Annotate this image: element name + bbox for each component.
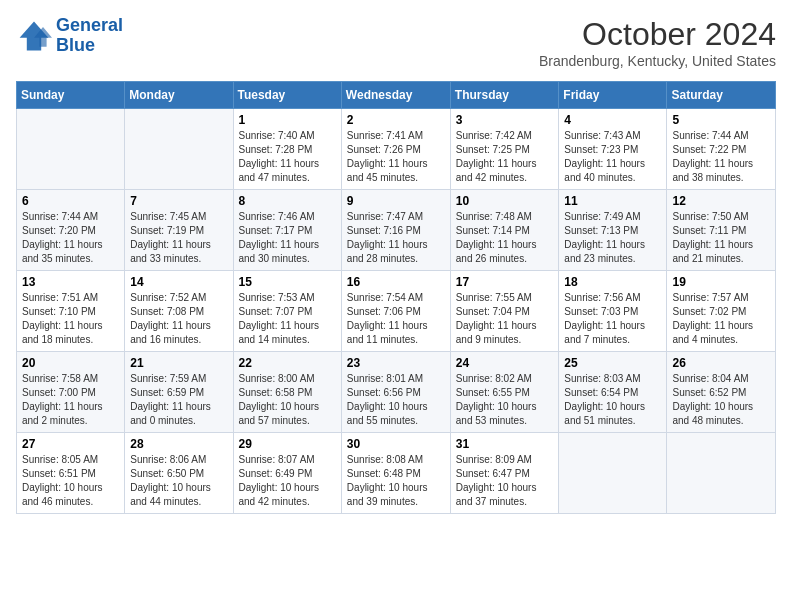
day-detail: Sunrise: 7:57 AM Sunset: 7:02 PM Dayligh… <box>672 291 770 347</box>
calendar-cell: 8Sunrise: 7:46 AM Sunset: 7:17 PM Daylig… <box>233 190 341 271</box>
calendar-week-row: 20Sunrise: 7:58 AM Sunset: 7:00 PM Dayli… <box>17 352 776 433</box>
calendar-cell: 11Sunrise: 7:49 AM Sunset: 7:13 PM Dayli… <box>559 190 667 271</box>
day-number: 23 <box>347 356 445 370</box>
calendar-cell: 26Sunrise: 8:04 AM Sunset: 6:52 PM Dayli… <box>667 352 776 433</box>
day-number: 29 <box>239 437 336 451</box>
day-number: 10 <box>456 194 554 208</box>
calendar-table: SundayMondayTuesdayWednesdayThursdayFrid… <box>16 81 776 514</box>
calendar-cell <box>125 109 233 190</box>
day-number: 2 <box>347 113 445 127</box>
calendar-cell: 25Sunrise: 8:03 AM Sunset: 6:54 PM Dayli… <box>559 352 667 433</box>
calendar-cell <box>559 433 667 514</box>
day-number: 7 <box>130 194 227 208</box>
calendar-cell: 21Sunrise: 7:59 AM Sunset: 6:59 PM Dayli… <box>125 352 233 433</box>
calendar-cell: 6Sunrise: 7:44 AM Sunset: 7:20 PM Daylig… <box>17 190 125 271</box>
calendar-cell: 31Sunrise: 8:09 AM Sunset: 6:47 PM Dayli… <box>450 433 559 514</box>
calendar-cell: 15Sunrise: 7:53 AM Sunset: 7:07 PM Dayli… <box>233 271 341 352</box>
day-detail: Sunrise: 7:59 AM Sunset: 6:59 PM Dayligh… <box>130 372 227 428</box>
day-number: 31 <box>456 437 554 451</box>
calendar-cell: 14Sunrise: 7:52 AM Sunset: 7:08 PM Dayli… <box>125 271 233 352</box>
day-number: 8 <box>239 194 336 208</box>
day-detail: Sunrise: 7:50 AM Sunset: 7:11 PM Dayligh… <box>672 210 770 266</box>
day-number: 4 <box>564 113 661 127</box>
day-detail: Sunrise: 8:03 AM Sunset: 6:54 PM Dayligh… <box>564 372 661 428</box>
day-detail: Sunrise: 7:46 AM Sunset: 7:17 PM Dayligh… <box>239 210 336 266</box>
day-detail: Sunrise: 8:08 AM Sunset: 6:48 PM Dayligh… <box>347 453 445 509</box>
weekday-header: Sunday <box>17 82 125 109</box>
day-number: 28 <box>130 437 227 451</box>
logo-text: General Blue <box>56 16 123 56</box>
calendar-week-row: 27Sunrise: 8:05 AM Sunset: 6:51 PM Dayli… <box>17 433 776 514</box>
weekday-header: Wednesday <box>341 82 450 109</box>
day-number: 26 <box>672 356 770 370</box>
day-number: 22 <box>239 356 336 370</box>
day-detail: Sunrise: 7:53 AM Sunset: 7:07 PM Dayligh… <box>239 291 336 347</box>
day-number: 27 <box>22 437 119 451</box>
day-detail: Sunrise: 8:06 AM Sunset: 6:50 PM Dayligh… <box>130 453 227 509</box>
month-title: October 2024 <box>539 16 776 53</box>
calendar-cell: 10Sunrise: 7:48 AM Sunset: 7:14 PM Dayli… <box>450 190 559 271</box>
weekday-header: Thursday <box>450 82 559 109</box>
calendar-cell: 27Sunrise: 8:05 AM Sunset: 6:51 PM Dayli… <box>17 433 125 514</box>
calendar-cell: 16Sunrise: 7:54 AM Sunset: 7:06 PM Dayli… <box>341 271 450 352</box>
day-detail: Sunrise: 7:48 AM Sunset: 7:14 PM Dayligh… <box>456 210 554 266</box>
calendar-cell: 1Sunrise: 7:40 AM Sunset: 7:28 PM Daylig… <box>233 109 341 190</box>
calendar-body: 1Sunrise: 7:40 AM Sunset: 7:28 PM Daylig… <box>17 109 776 514</box>
day-number: 25 <box>564 356 661 370</box>
day-number: 13 <box>22 275 119 289</box>
weekday-header: Friday <box>559 82 667 109</box>
day-number: 9 <box>347 194 445 208</box>
calendar-week-row: 13Sunrise: 7:51 AM Sunset: 7:10 PM Dayli… <box>17 271 776 352</box>
calendar-cell: 20Sunrise: 7:58 AM Sunset: 7:00 PM Dayli… <box>17 352 125 433</box>
day-number: 18 <box>564 275 661 289</box>
day-detail: Sunrise: 8:00 AM Sunset: 6:58 PM Dayligh… <box>239 372 336 428</box>
weekday-header: Monday <box>125 82 233 109</box>
day-detail: Sunrise: 7:55 AM Sunset: 7:04 PM Dayligh… <box>456 291 554 347</box>
calendar-cell: 23Sunrise: 8:01 AM Sunset: 6:56 PM Dayli… <box>341 352 450 433</box>
day-number: 11 <box>564 194 661 208</box>
day-number: 3 <box>456 113 554 127</box>
calendar-cell: 19Sunrise: 7:57 AM Sunset: 7:02 PM Dayli… <box>667 271 776 352</box>
day-number: 17 <box>456 275 554 289</box>
day-detail: Sunrise: 7:44 AM Sunset: 7:20 PM Dayligh… <box>22 210 119 266</box>
calendar-cell: 18Sunrise: 7:56 AM Sunset: 7:03 PM Dayli… <box>559 271 667 352</box>
calendar-cell: 2Sunrise: 7:41 AM Sunset: 7:26 PM Daylig… <box>341 109 450 190</box>
calendar-cell: 4Sunrise: 7:43 AM Sunset: 7:23 PM Daylig… <box>559 109 667 190</box>
calendar-cell <box>667 433 776 514</box>
day-number: 15 <box>239 275 336 289</box>
calendar-cell: 22Sunrise: 8:00 AM Sunset: 6:58 PM Dayli… <box>233 352 341 433</box>
day-detail: Sunrise: 7:47 AM Sunset: 7:16 PM Dayligh… <box>347 210 445 266</box>
page-header: General Blue October 2024 Brandenburg, K… <box>16 16 776 69</box>
calendar-cell: 12Sunrise: 7:50 AM Sunset: 7:11 PM Dayli… <box>667 190 776 271</box>
calendar-week-row: 6Sunrise: 7:44 AM Sunset: 7:20 PM Daylig… <box>17 190 776 271</box>
day-detail: Sunrise: 7:51 AM Sunset: 7:10 PM Dayligh… <box>22 291 119 347</box>
day-number: 1 <box>239 113 336 127</box>
day-number: 24 <box>456 356 554 370</box>
title-block: October 2024 Brandenburg, Kentucky, Unit… <box>539 16 776 69</box>
day-detail: Sunrise: 7:58 AM Sunset: 7:00 PM Dayligh… <box>22 372 119 428</box>
logo: General Blue <box>16 16 123 56</box>
day-number: 5 <box>672 113 770 127</box>
calendar-cell: 30Sunrise: 8:08 AM Sunset: 6:48 PM Dayli… <box>341 433 450 514</box>
day-detail: Sunrise: 7:41 AM Sunset: 7:26 PM Dayligh… <box>347 129 445 185</box>
day-number: 16 <box>347 275 445 289</box>
day-number: 30 <box>347 437 445 451</box>
logo-line2: Blue <box>56 35 95 55</box>
weekday-header: Tuesday <box>233 82 341 109</box>
day-number: 19 <box>672 275 770 289</box>
logo-line1: General <box>56 15 123 35</box>
day-detail: Sunrise: 8:07 AM Sunset: 6:49 PM Dayligh… <box>239 453 336 509</box>
calendar-cell: 9Sunrise: 7:47 AM Sunset: 7:16 PM Daylig… <box>341 190 450 271</box>
day-detail: Sunrise: 7:42 AM Sunset: 7:25 PM Dayligh… <box>456 129 554 185</box>
day-number: 12 <box>672 194 770 208</box>
day-number: 21 <box>130 356 227 370</box>
calendar-cell: 3Sunrise: 7:42 AM Sunset: 7:25 PM Daylig… <box>450 109 559 190</box>
weekday-row: SundayMondayTuesdayWednesdayThursdayFrid… <box>17 82 776 109</box>
day-number: 6 <box>22 194 119 208</box>
day-detail: Sunrise: 7:56 AM Sunset: 7:03 PM Dayligh… <box>564 291 661 347</box>
calendar-cell: 5Sunrise: 7:44 AM Sunset: 7:22 PM Daylig… <box>667 109 776 190</box>
day-detail: Sunrise: 7:54 AM Sunset: 7:06 PM Dayligh… <box>347 291 445 347</box>
day-detail: Sunrise: 7:40 AM Sunset: 7:28 PM Dayligh… <box>239 129 336 185</box>
weekday-header: Saturday <box>667 82 776 109</box>
calendar-cell <box>17 109 125 190</box>
